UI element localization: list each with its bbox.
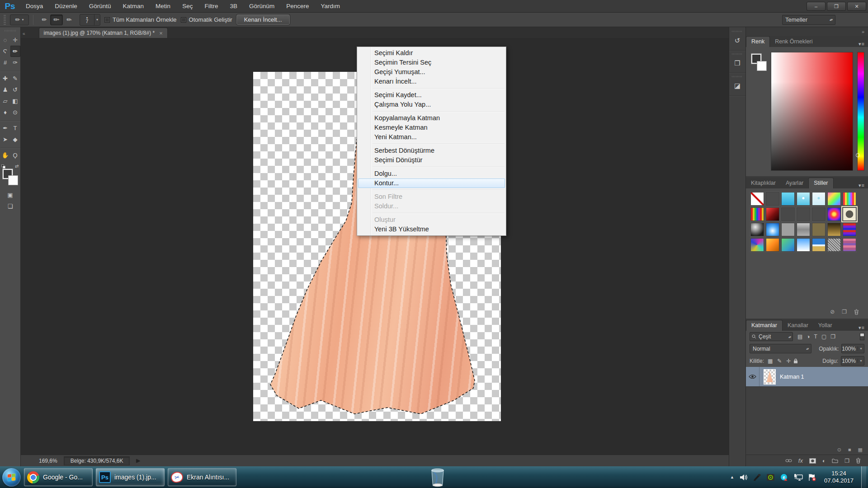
start-button[interactable]	[2, 468, 21, 487]
menu-item[interactable]: Görüntü	[83, 0, 117, 12]
panel-button-icon[interactable]: ⊙	[837, 447, 841, 453]
style-swatch[interactable]	[766, 223, 779, 236]
auto-enhance-option[interactable]: Otomatik Geliştir	[181, 16, 232, 23]
add-mask-icon[interactable]	[809, 458, 816, 464]
style-swatch[interactable]	[827, 223, 841, 236]
panel-menu-icon[interactable]: ▾≡	[855, 183, 868, 188]
menu-item[interactable]: Yardım	[315, 0, 346, 12]
show-hidden-icons-button[interactable]: ▲	[730, 475, 734, 479]
subtract-from-selection-mode[interactable]: ✏-	[63, 14, 75, 25]
context-menu-item[interactable]: Kesmeyle Katman	[357, 123, 506, 132]
link-layers-icon[interactable]	[785, 459, 792, 463]
style-swatch[interactable]	[750, 207, 764, 221]
sample-all-layers-option[interactable]: Tüm Katmanları Örnekle	[104, 16, 177, 23]
path-selection-tool[interactable]: ➤	[0, 134, 10, 145]
marquee-tool[interactable]: ◌	[0, 34, 10, 46]
style-swatch[interactable]	[843, 238, 856, 252]
style-swatch[interactable]	[812, 238, 826, 252]
context-menu-item[interactable]: Geçişi Yumuşat...	[357, 67, 506, 77]
style-swatch[interactable]	[812, 207, 826, 221]
new-style-icon[interactable]: ❐	[842, 309, 847, 315]
layer-row-katman-1[interactable]: Katman 1	[746, 367, 868, 387]
context-menu-item[interactable]: Yeni Katman...	[357, 132, 506, 142]
menu-item[interactable]: 3B	[224, 0, 243, 12]
document-tab[interactable]: images (1).jpg @ 170% (Katman 1, RGB/8#)…	[39, 28, 168, 38]
lock-pixels-icon[interactable]: ✎	[777, 358, 782, 364]
style-swatch[interactable]	[766, 207, 779, 221]
context-menu-item[interactable]: Seçimin Tersini Seç	[357, 58, 506, 67]
context-menu-item[interactable]: Kenarı İncelt...	[357, 77, 506, 86]
style-swatch[interactable]	[750, 223, 764, 236]
menu-item[interactable]: Dosya	[20, 0, 49, 12]
context-menu-item[interactable]: Seçimi Kaydet...	[357, 90, 506, 100]
recycle-bin-icon[interactable]	[429, 467, 447, 488]
lock-all-icon[interactable]	[793, 358, 798, 364]
context-menu-item[interactable]: Yeni 3B Yükseltme	[357, 225, 506, 234]
tab-kanallar[interactable]: Kanallar	[783, 320, 813, 331]
style-swatch[interactable]	[812, 223, 826, 236]
menu-item[interactable]: Görünüm	[243, 0, 280, 12]
context-menu-item[interactable]: Seçimi Kaldır	[357, 48, 506, 58]
menu-item[interactable]: Filtre	[198, 0, 224, 12]
tab-ayarlar[interactable]: Ayarlar	[781, 178, 808, 188]
properties-panel-icon[interactable]: ❒	[731, 57, 744, 69]
checkbox[interactable]	[104, 17, 110, 23]
style-swatch[interactable]	[843, 223, 856, 236]
style-swatch[interactable]	[797, 223, 810, 236]
panel-button-icon[interactable]: ■	[848, 447, 851, 453]
style-swatch[interactable]	[812, 192, 826, 206]
tab-stiller[interactable]: Stiller	[808, 178, 833, 188]
tab-kitapliklar[interactable]: Kitaplıklar	[746, 178, 781, 188]
context-menu-item[interactable]: Dolgu...	[357, 169, 506, 178]
chevron-down-icon[interactable]: ▾	[858, 359, 864, 363]
background-color-swatch[interactable]	[757, 61, 767, 71]
style-swatch[interactable]	[827, 238, 841, 252]
style-swatch[interactable]	[766, 192, 779, 206]
workspace-switcher[interactable]: Temeller ▴▾	[782, 15, 835, 25]
saturation-brightness-field[interactable]	[771, 52, 853, 171]
active-tool-button[interactable]: ✏ ▾	[10, 14, 29, 25]
lock-transparency-icon[interactable]: ▦	[768, 358, 773, 364]
network-icon[interactable]	[793, 474, 803, 481]
layer-thumbnail[interactable]	[764, 369, 776, 385]
chevron-down-icon[interactable]: ▾	[94, 14, 100, 25]
style-swatch[interactable]	[750, 192, 764, 206]
nvidia-settings-icon[interactable]	[766, 474, 775, 481]
opacity-input[interactable]: 100% ▾	[841, 344, 864, 353]
type-tool[interactable]: T	[10, 122, 20, 134]
crop-tool[interactable]: #	[0, 57, 10, 68]
menu-item[interactable]: Katman	[117, 0, 150, 12]
clear-style-icon[interactable]: ⊘	[830, 309, 835, 315]
move-tool[interactable]: ✛	[10, 34, 20, 46]
brush-size-picker[interactable]: • 7 ▾	[80, 14, 100, 26]
collapse-icon[interactable]: «	[21, 31, 27, 38]
restore-button[interactable]: ❐	[827, 2, 846, 11]
close-button[interactable]: ✕	[847, 2, 866, 11]
close-tab-icon[interactable]: ×	[159, 30, 163, 37]
shape-tool[interactable]: ◆	[10, 134, 20, 145]
style-swatch[interactable]	[781, 238, 795, 252]
taskbar-button-snipping-tool[interactable]: ✂ Ekran Alıntısı...	[168, 468, 236, 486]
style-swatch[interactable]	[781, 207, 795, 221]
brush-tool[interactable]: ✎	[10, 73, 20, 84]
action-center-flag-icon[interactable]	[808, 474, 816, 481]
style-swatch[interactable]	[827, 207, 841, 221]
history-panel-icon[interactable]: ↺	[731, 35, 744, 47]
filter-toggle-switch[interactable]	[860, 333, 864, 340]
collapse-panels-icon[interactable]: »	[862, 29, 864, 34]
hue-slider-marker[interactable]	[856, 153, 860, 157]
filter-shape-layers-icon[interactable]: ▢	[821, 333, 826, 340]
blur-tool[interactable]: ♦	[0, 107, 10, 118]
audio-device-icon[interactable]	[753, 474, 761, 481]
status-arrow-icon[interactable]: ▶	[136, 458, 140, 464]
menu-item[interactable]: Pencere	[280, 0, 315, 12]
hand-tool[interactable]: ✋	[0, 150, 10, 161]
context-menu-item[interactable]: Çalışma Yolu Yap...	[357, 100, 506, 109]
new-selection-mode[interactable]: ✏	[38, 14, 50, 25]
zoom-tool[interactable]: Ϙ	[10, 150, 20, 161]
context-menu-item[interactable]: Kopyalamayla Katman	[357, 113, 506, 123]
quick-mask-button[interactable]: ▣	[7, 192, 13, 198]
filter-adjustment-layers-icon[interactable]: ◑	[807, 333, 810, 340]
style-swatch[interactable]	[797, 207, 810, 221]
context-menu-item[interactable]: Son Filtre	[357, 192, 506, 202]
